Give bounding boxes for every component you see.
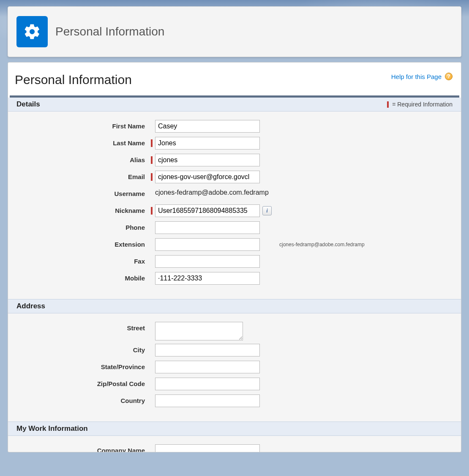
label-fax: Fax: [16, 255, 151, 265]
section-title-address: Address: [16, 302, 45, 310]
country-input[interactable]: [155, 394, 260, 407]
help-icon: ?: [445, 73, 453, 80]
section-title-work: My Work Information: [16, 424, 88, 433]
label-extension: Extension: [16, 238, 151, 248]
row-country: Country: [16, 394, 453, 408]
label-nickname: Nickname: [16, 204, 151, 214]
label-username: Username: [16, 188, 151, 197]
username-value: cjones-fedramp@adobe.com.fedramp: [155, 188, 269, 196]
row-mobile: Mobile: [16, 272, 453, 286]
label-first-name: First Name: [16, 120, 151, 130]
first-name-input[interactable]: [155, 120, 260, 133]
nickname-input[interactable]: [155, 204, 260, 217]
row-username: Username cjones-fedramp@adobe.com.fedram…: [16, 188, 453, 201]
label-last-name: Last Name: [16, 137, 151, 147]
row-first-name: First Name: [16, 120, 453, 133]
page-head: Personal Information Help for this Page …: [8, 63, 461, 95]
alias-input[interactable]: [155, 154, 260, 166]
page-title: Personal Information: [15, 73, 132, 87]
phone-input[interactable]: [155, 221, 260, 234]
section-body-address: Street City State/Province Zip/Postal Co…: [8, 313, 461, 422]
section-title-details: Details: [16, 100, 40, 109]
row-fax: Fax: [16, 255, 453, 269]
fax-input[interactable]: [155, 255, 260, 268]
row-phone: Phone: [16, 221, 453, 235]
row-nickname: Nickname i: [16, 204, 453, 218]
header-title: Personal Information: [55, 25, 164, 38]
section-header-work: My Work Information: [8, 422, 461, 436]
section-body-details: First Name Last Name Alias Email Usernam…: [8, 112, 461, 299]
label-street: Street: [16, 322, 151, 332]
company-input[interactable]: [155, 444, 260, 452]
required-mark-icon: [151, 207, 153, 215]
label-country: Country: [16, 394, 151, 404]
row-last-name: Last Name: [16, 137, 453, 150]
label-zip: Zip/Postal Code: [16, 378, 151, 387]
required-mark-icon: [387, 101, 389, 108]
page-header-card: Personal Information: [8, 6, 461, 57]
section-body-work: Company Name: [8, 436, 461, 452]
label-phone: Phone: [16, 221, 151, 231]
state-input[interactable]: [155, 361, 260, 373]
extension-aux-text: cjones-fedramp@adobe.com.fedramp: [279, 242, 365, 248]
row-street: Street: [16, 322, 453, 340]
row-extension: Extension cjones-fedramp@adobe.com.fedra…: [16, 238, 453, 252]
row-alias: Alias: [16, 154, 453, 167]
city-input[interactable]: [155, 344, 260, 356]
label-mobile: Mobile: [16, 272, 151, 282]
required-legend: = Required Information: [387, 101, 453, 108]
row-zip: Zip/Postal Code: [16, 378, 453, 391]
email-input[interactable]: [155, 171, 260, 183]
row-email: Email: [16, 171, 453, 184]
street-input[interactable]: [155, 322, 243, 340]
info-icon[interactable]: i: [262, 206, 272, 215]
required-mark-icon: [151, 156, 153, 164]
required-mark-icon: [151, 173, 153, 181]
main-panel[interactable]: Personal Information Help for this Page …: [8, 62, 461, 452]
extension-input[interactable]: [155, 238, 260, 251]
required-legend-text: = Required Information: [392, 101, 453, 108]
row-city: City: [16, 344, 453, 357]
section-header-details: Details = Required Information: [8, 98, 461, 112]
help-link-label: Help for this Page: [391, 73, 442, 80]
required-mark-icon: [151, 139, 153, 147]
label-email: Email: [16, 171, 151, 180]
row-company: Company Name: [16, 444, 453, 452]
row-state: State/Province: [16, 361, 453, 374]
label-city: City: [16, 344, 151, 354]
last-name-input[interactable]: [155, 137, 260, 150]
section-header-address: Address: [8, 299, 461, 313]
help-link[interactable]: Help for this Page ?: [391, 73, 453, 80]
label-state: State/Province: [16, 361, 151, 370]
mobile-input[interactable]: [155, 272, 260, 285]
label-company: Company Name: [16, 444, 151, 452]
zip-input[interactable]: [155, 378, 260, 390]
label-alias: Alias: [16, 154, 151, 163]
gear-icon: [16, 16, 48, 47]
